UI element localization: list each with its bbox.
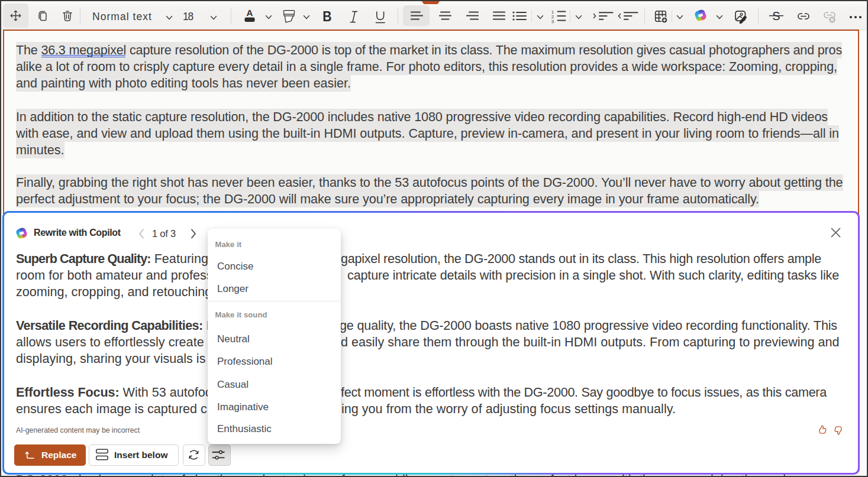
svg-text:A: A	[247, 8, 253, 18]
svg-text:3: 3	[551, 19, 554, 24]
svg-text:B: B	[322, 9, 331, 23]
